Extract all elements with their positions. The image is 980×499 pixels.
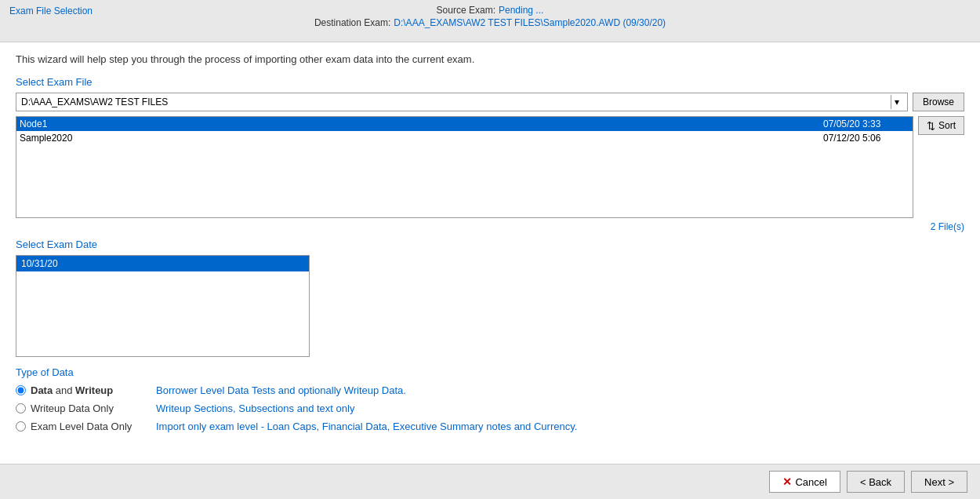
source-exam-label: Source Exam: bbox=[437, 5, 495, 16]
breadcrumb-title[interactable]: Exam File Selection bbox=[9, 5, 93, 16]
file-name: Node1 bbox=[20, 118, 823, 129]
destination-exam-value: D:\AAA_EXAMS\AW2 TEST FILES\Sample2020.A… bbox=[394, 17, 666, 28]
file-list-item[interactable]: Sample2020 07/12/20 5:06 bbox=[16, 131, 913, 145]
radio-data-writeup-label[interactable]: Data and Writeup bbox=[31, 384, 156, 396]
radio-writeup-only[interactable] bbox=[16, 403, 26, 413]
source-exam-row: Source Exam: Pending ... bbox=[437, 5, 544, 16]
radio-exam-level-label[interactable]: Exam Level Data Only bbox=[31, 421, 156, 432]
select-exam-file-label: Select Exam File bbox=[16, 76, 964, 88]
content-area: This wizard will help step you through t… bbox=[0, 42, 980, 464]
main-container: Exam File Selection Source Exam: Pending… bbox=[0, 0, 980, 499]
sort-icon: ⇅ bbox=[927, 120, 935, 132]
next-button[interactable]: Next > bbox=[911, 471, 967, 493]
radio-row-data-writeup: Data and Writeup Borrower Level Data Tes… bbox=[16, 384, 964, 396]
cancel-label: Cancel bbox=[795, 476, 826, 488]
radio-data-writeup[interactable] bbox=[16, 385, 26, 395]
sort-button[interactable]: ⇅ Sort bbox=[918, 116, 964, 135]
browse-button[interactable]: Browse bbox=[913, 93, 964, 111]
date-list[interactable]: 10/31/20 bbox=[16, 255, 310, 357]
cancel-x-icon: ✕ bbox=[782, 475, 792, 488]
file-path-row: D:\AAA_EXAMS\AW2 TEST FILES ▾ Browse bbox=[16, 93, 964, 111]
destination-exam-row: Destination Exam: D:\AAA_EXAMS\AW2 TEST … bbox=[314, 17, 666, 28]
radio-writeup-only-label[interactable]: Writeup Data Only bbox=[31, 402, 156, 414]
radio-data-writeup-desc: Borrower Level Data Tests and optionally… bbox=[156, 384, 406, 396]
sort-btn-container: ⇅ Sort bbox=[918, 116, 964, 218]
date-list-item[interactable]: 10/31/20 bbox=[16, 256, 309, 271]
file-date: 07/05/20 3:33 bbox=[823, 118, 909, 129]
top-section: Exam File Selection Source Exam: Pending… bbox=[0, 0, 980, 42]
date-value: 10/31/20 bbox=[21, 258, 58, 269]
path-dropdown[interactable]: D:\AAA_EXAMS\AW2 TEST FILES ▾ bbox=[16, 93, 908, 111]
radio-row-exam-level: Exam Level Data Only Import only exam le… bbox=[16, 421, 964, 432]
sort-label: Sort bbox=[938, 120, 956, 131]
file-list-container: Node1 07/05/20 3:33 Sample2020 07/12/20 … bbox=[16, 116, 964, 218]
radio-row-writeup-only: Writeup Data Only Writeup Sections, Subs… bbox=[16, 402, 964, 414]
radio-writeup-only-desc: Writeup Sections, Subsections and text o… bbox=[156, 402, 354, 414]
file-date: 07/12/20 5:06 bbox=[823, 133, 909, 144]
bottom-bar: ✕ Cancel < Back Next > bbox=[0, 464, 980, 499]
select-exam-date-label: Select Exam Date bbox=[16, 239, 964, 250]
radio-exam-level-desc: Import only exam level - Loan Caps, Fina… bbox=[156, 421, 577, 432]
description-text: This wizard will help step you through t… bbox=[16, 53, 964, 65]
file-name: Sample2020 bbox=[20, 133, 823, 144]
file-list-item[interactable]: Node1 07/05/20 3:33 bbox=[16, 117, 913, 131]
source-exam-value: Pending ... bbox=[499, 5, 543, 16]
cancel-button[interactable]: ✕ Cancel bbox=[769, 471, 840, 493]
file-list[interactable]: Node1 07/05/20 3:33 Sample2020 07/12/20 … bbox=[16, 116, 913, 218]
path-dropdown-arrow[interactable]: ▾ bbox=[891, 95, 902, 109]
files-count: 2 File(s) bbox=[16, 221, 964, 232]
back-button[interactable]: < Back bbox=[847, 471, 905, 493]
path-dropdown-value: D:\AAA_EXAMS\AW2 TEST FILES bbox=[21, 97, 168, 107]
radio-exam-level[interactable] bbox=[16, 421, 26, 432]
destination-exam-label: Destination Exam: bbox=[314, 17, 390, 28]
type-of-data-label: Type of Data bbox=[16, 366, 964, 378]
